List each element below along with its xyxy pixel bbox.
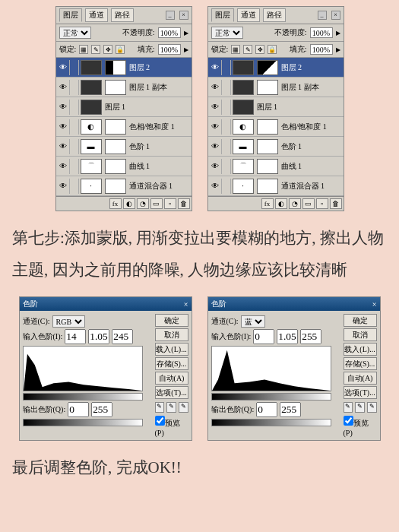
tab-paths[interactable]: 路径 [263, 8, 286, 22]
minimize-icon[interactable]: _ [318, 11, 327, 20]
white-picker-icon[interactable]: ✎ [179, 402, 188, 413]
close-icon[interactable]: × [184, 300, 188, 309]
mask-thumb[interactable] [105, 139, 126, 154]
trash-icon[interactable]: 🗑 [330, 198, 342, 209]
preview-checkbox[interactable]: 预览(P) [155, 416, 188, 437]
arrow-icon[interactable]: ▶ [336, 30, 340, 36]
ok-button[interactable]: 确定 [155, 314, 188, 327]
input-gradient[interactable] [23, 393, 143, 401]
layer-row[interactable]: 👁·通道混合器 1 [56, 176, 192, 196]
input-white[interactable] [112, 329, 133, 344]
layer-row[interactable]: 👁图层 2 [208, 58, 344, 78]
adjustment-icon[interactable]: ◔ [289, 198, 301, 209]
auto-button[interactable]: 自动(A) [344, 372, 377, 385]
blend-mode-select[interactable]: 正常 [211, 27, 243, 39]
close-icon[interactable]: × [179, 11, 188, 20]
input-gamma[interactable] [277, 329, 298, 344]
blend-mode-select[interactable]: 正常 [59, 27, 91, 39]
output-gradient[interactable] [23, 419, 143, 426]
new-layer-icon[interactable]: ▫ [316, 198, 328, 209]
input-gamma[interactable] [88, 329, 109, 344]
tab-layers[interactable]: 图层 [211, 8, 234, 22]
tab-channels[interactable]: 通道 [85, 8, 108, 22]
layer-row[interactable]: 👁图层 1 [56, 97, 192, 117]
eye-icon[interactable]: 👁 [58, 100, 70, 115]
layer-row[interactable]: 👁图层 2 [56, 58, 192, 78]
eye-icon[interactable]: 👁 [210, 100, 222, 115]
fx-icon[interactable]: fx [261, 198, 274, 209]
trash-icon[interactable]: 🗑 [178, 198, 190, 209]
white-picker-icon[interactable]: ✎ [367, 402, 377, 413]
adj-thumb[interactable]: ⌒ [81, 159, 102, 174]
auto-button[interactable]: 自动(A) [155, 372, 188, 385]
fill-input[interactable] [158, 44, 181, 55]
eye-icon[interactable]: 👁 [210, 80, 222, 95]
eye-icon[interactable]: 👁 [210, 159, 222, 174]
lock-transparent-icon[interactable]: ▦ [79, 45, 88, 54]
layer-thumb[interactable] [81, 80, 102, 95]
ok-button[interactable]: 确定 [344, 314, 377, 327]
fx-icon[interactable]: fx [109, 198, 122, 209]
tab-paths[interactable]: 路径 [111, 8, 134, 22]
preview-checkbox[interactable]: 预览(P) [344, 416, 377, 437]
eye-icon[interactable]: 👁 [58, 179, 70, 194]
cancel-button[interactable]: 取消 [155, 328, 188, 341]
options-button[interactable]: 选项(T)... [344, 386, 377, 399]
new-layer-icon[interactable]: ▫ [164, 198, 176, 209]
mask-thumb[interactable] [105, 60, 126, 75]
close-icon[interactable]: × [331, 11, 340, 20]
gray-picker-icon[interactable]: ✎ [355, 402, 365, 413]
channel-select[interactable]: 蓝 [241, 315, 265, 328]
opacity-arrow-icon[interactable]: ▶ [184, 30, 188, 36]
tab-channels[interactable]: 通道 [237, 8, 260, 22]
options-button[interactable]: 选项(T)... [155, 386, 188, 399]
output-black[interactable] [256, 402, 277, 417]
mask-thumb[interactable] [257, 60, 278, 75]
tab-layers[interactable]: 图层 [59, 8, 82, 22]
cancel-button[interactable]: 取消 [344, 328, 377, 341]
mask-icon[interactable]: ◐ [275, 198, 287, 209]
opacity-input[interactable] [310, 27, 333, 38]
adj-thumb[interactable]: ▬ [81, 139, 102, 154]
lock-all-icon[interactable]: 🔒 [268, 45, 277, 54]
minimize-icon[interactable]: _ [166, 11, 175, 20]
arrow-icon[interactable]: ▶ [336, 46, 340, 53]
mask-thumb[interactable] [105, 159, 126, 174]
eye-icon[interactable]: 👁 [58, 119, 70, 135]
input-white[interactable] [300, 329, 321, 344]
output-white[interactable] [280, 402, 301, 417]
eye-icon[interactable]: 👁 [210, 119, 222, 135]
mask-icon[interactable]: ◐ [123, 198, 135, 209]
output-gradient[interactable] [211, 419, 331, 426]
adjustment-icon[interactable]: ◔ [137, 198, 149, 209]
output-white[interactable] [91, 402, 112, 417]
layer-thumb[interactable] [81, 60, 102, 75]
eye-icon[interactable]: 👁 [58, 60, 70, 75]
close-icon[interactable]: × [372, 300, 377, 309]
layer-thumb[interactable] [81, 100, 102, 115]
layer-row[interactable]: 👁◐色相/饱和度 1 [208, 117, 344, 137]
black-picker-icon[interactable]: ✎ [344, 402, 353, 413]
mask-thumb[interactable] [105, 119, 126, 135]
fill-arrow-icon[interactable]: ▶ [184, 46, 188, 53]
gray-picker-icon[interactable]: ✎ [166, 402, 176, 413]
layer-row[interactable]: 👁⌒曲线 1 [56, 157, 192, 176]
input-gradient[interactable] [211, 393, 331, 401]
load-button[interactable]: 载入(L)... [344, 343, 377, 356]
output-black[interactable] [68, 402, 89, 417]
save-button[interactable]: 存储(S)... [155, 357, 188, 370]
layer-row[interactable]: 👁◐色相/饱和度 1 [56, 117, 192, 137]
layer-row[interactable]: 👁·通道混合器 1 [208, 176, 344, 196]
lock-paint-icon[interactable]: ✎ [243, 45, 252, 54]
eye-icon[interactable]: 👁 [58, 159, 70, 174]
adj-thumb[interactable]: ◐ [81, 119, 102, 135]
input-black[interactable] [253, 329, 274, 344]
opacity-input[interactable] [158, 27, 181, 38]
layer-row[interactable]: 👁图层 1 副本 [56, 78, 192, 97]
eye-icon[interactable]: 👁 [210, 60, 222, 75]
lock-move-icon[interactable]: ✥ [255, 45, 264, 54]
layer-row[interactable]: 👁图层 1 副本 [208, 78, 344, 97]
folder-icon[interactable]: ▭ [302, 198, 315, 209]
mask-thumb[interactable] [105, 179, 126, 194]
folder-icon[interactable]: ▭ [150, 198, 163, 209]
